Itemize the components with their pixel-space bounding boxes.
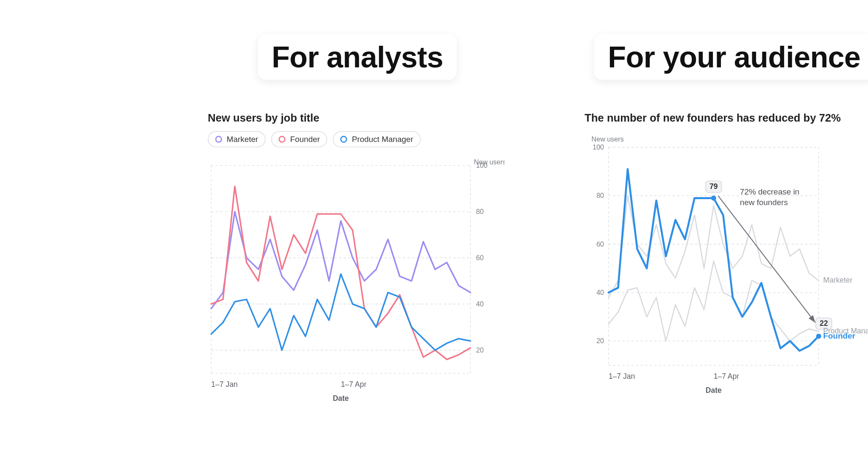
svg-text:60: 60 xyxy=(476,254,484,261)
svg-text:1–7 Jan: 1–7 Jan xyxy=(211,380,237,389)
svg-text:1–7 Apr: 1–7 Apr xyxy=(341,380,366,389)
ring-icon xyxy=(279,136,286,143)
svg-text:Date: Date xyxy=(706,386,722,394)
svg-text:Marketer: Marketer xyxy=(823,276,852,284)
audience-chart: New users20406080100792272% decrease inn… xyxy=(584,131,868,400)
ring-icon xyxy=(215,136,222,143)
heading-audience: For your audience xyxy=(594,34,868,80)
svg-text:20: 20 xyxy=(476,346,484,354)
analyst-chart: New users204060801001–7 Jan1–7 AprDate xyxy=(208,156,504,408)
audience-card: The number of new founders has reduced b… xyxy=(574,100,868,408)
legend-label: Marketer xyxy=(227,135,258,144)
legend: Marketer Founder Product Manager xyxy=(208,131,507,147)
heading-analysts: For analysts xyxy=(258,34,457,80)
chart-title: New users by job title xyxy=(208,112,507,125)
svg-text:new founders: new founders xyxy=(740,198,788,207)
svg-text:40: 40 xyxy=(476,300,484,308)
svg-text:1–7 Apr: 1–7 Apr xyxy=(714,372,739,380)
svg-point-31 xyxy=(711,196,716,201)
svg-text:72% decrease in: 72% decrease in xyxy=(740,188,799,197)
svg-text:1–7 Jan: 1–7 Jan xyxy=(609,372,635,380)
svg-text:79: 79 xyxy=(709,182,718,191)
svg-point-34 xyxy=(816,333,821,339)
svg-text:100: 100 xyxy=(593,143,604,151)
svg-text:80: 80 xyxy=(596,192,604,199)
legend-pill-product-manager[interactable]: Product Manager xyxy=(333,131,421,147)
audience-column: For your audience The number of new foun… xyxy=(574,34,868,416)
chart-title: The number of new founders has reduced b… xyxy=(584,112,868,125)
svg-text:New users: New users xyxy=(591,135,623,143)
legend-label: Product Manager xyxy=(352,135,413,144)
svg-text:80: 80 xyxy=(476,208,484,215)
svg-text:60: 60 xyxy=(596,240,604,248)
svg-text:Founder: Founder xyxy=(823,331,855,340)
svg-text:40: 40 xyxy=(596,289,604,296)
analyst-column: For analysts New users by job title Mark… xyxy=(198,34,517,416)
analyst-card: New users by job title Marketer Founder … xyxy=(198,100,517,416)
svg-text:100: 100 xyxy=(476,161,487,169)
svg-text:20: 20 xyxy=(596,337,604,344)
ring-icon xyxy=(340,136,347,143)
legend-label: Founder xyxy=(290,135,320,144)
legend-pill-marketer[interactable]: Marketer xyxy=(208,131,265,147)
legend-pill-founder[interactable]: Founder xyxy=(271,131,327,147)
svg-text:Date: Date xyxy=(333,394,349,403)
svg-text:22: 22 xyxy=(820,319,828,328)
